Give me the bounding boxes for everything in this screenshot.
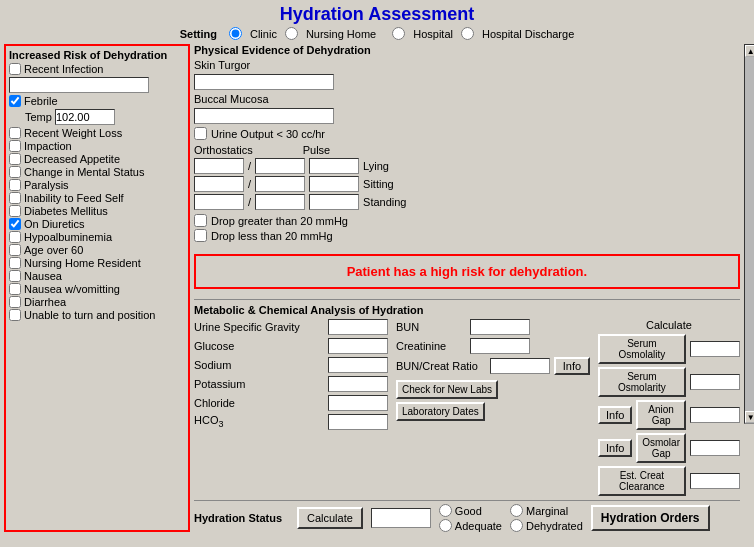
osmolar-gap-output[interactable]: [690, 440, 740, 456]
ortho-sitting-sys[interactable]: [194, 176, 244, 192]
check-paralysis: Paralysis: [9, 179, 185, 191]
main-layout: Increased Risk of Dehydration Recent Inf…: [0, 44, 754, 532]
buccal-mucosa-input[interactable]: [194, 108, 334, 124]
info-btn-osmolar[interactable]: Info: [598, 439, 632, 457]
cb-nausea[interactable]: [9, 270, 21, 282]
label-impaction: Impaction: [24, 140, 72, 152]
osmolar-gap-row: Info Osmolar Gap: [598, 433, 740, 463]
radio-hospital-discharge[interactable]: [461, 27, 474, 40]
met-sodium: Sodium: [194, 357, 388, 373]
check-diabetes-mellitus: Diabetes Mellitus: [9, 205, 185, 217]
cb-recent-infection[interactable]: [9, 63, 21, 75]
ortho-sitting-dia[interactable]: [255, 176, 305, 192]
pulse-label: Pulse: [303, 144, 331, 156]
info-btn-anion[interactable]: Info: [598, 406, 632, 424]
status-good-row: Good: [439, 504, 502, 517]
ortho-lying-sys[interactable]: [194, 158, 244, 174]
serum-osmolality-btn[interactable]: Serum Osmolality: [598, 334, 686, 364]
radio-clinic[interactable]: [229, 27, 242, 40]
radio-adequate[interactable]: [439, 519, 452, 532]
input-hco3[interactable]: [328, 414, 388, 430]
cb-decreased-appetite[interactable]: [9, 153, 21, 165]
cb-hypoalbuminemia[interactable]: [9, 231, 21, 243]
est-creat-btn[interactable]: Est. Creat Clearance: [598, 466, 686, 496]
cb-on-diuretics[interactable]: [9, 218, 21, 230]
hydration-status-input[interactable]: [371, 508, 431, 528]
temp-input[interactable]: [55, 109, 115, 125]
hydration-orders-btn[interactable]: Hydration Orders: [591, 505, 710, 531]
label-urine-sg: Urine Specific Gravity: [194, 321, 324, 333]
anion-gap-output[interactable]: [690, 407, 740, 423]
input-sodium[interactable]: [328, 357, 388, 373]
skin-turgor-input[interactable]: [194, 74, 334, 90]
pulse-sitting[interactable]: [309, 176, 359, 192]
label-dehydrated: Dehydrated: [526, 520, 583, 532]
radio-marginal[interactable]: [510, 504, 523, 517]
hydration-calculate-btn[interactable]: Calculate: [297, 507, 363, 529]
input-urine-sg[interactable]: [328, 319, 388, 335]
buccal-mucosa-label: Buccal Mucosa: [194, 93, 269, 105]
cb-impaction[interactable]: [9, 140, 21, 152]
cb-unable-turn[interactable]: [9, 309, 21, 321]
input-glucose[interactable]: [328, 338, 388, 354]
setting-row: Setting Clinic Nursing Home Hospital Hos…: [0, 27, 754, 40]
anion-gap-btn[interactable]: Anion Gap: [636, 400, 685, 430]
cb-nursing-home-resident[interactable]: [9, 257, 21, 269]
cb-inability-feed-self[interactable]: [9, 192, 21, 204]
metabolic-col-left: Urine Specific Gravity Glucose Sodium: [194, 319, 388, 496]
cb-drop-less[interactable]: [194, 229, 207, 242]
label-bun-creat: BUN/Creat Ratio: [396, 360, 486, 372]
status-marginal-row: Marginal: [510, 504, 583, 517]
check-diarrhea: Diarrhea: [9, 296, 185, 308]
cb-diabetes-mellitus[interactable]: [9, 205, 21, 217]
pulse-standing[interactable]: [309, 194, 359, 210]
calc-area: Calculate Serum Osmolality Serum Osmolar…: [598, 319, 740, 496]
serum-osmolarity-output[interactable]: [690, 374, 740, 390]
label-hco3: HCO3: [194, 414, 324, 429]
cb-diarrhea[interactable]: [9, 296, 21, 308]
check-inability-feed-self: Inability to Feed Self: [9, 192, 185, 204]
input-potassium[interactable]: [328, 376, 388, 392]
ortho-lying-dia[interactable]: [255, 158, 305, 174]
cb-age-over-60[interactable]: [9, 244, 21, 256]
temp-label: Temp: [25, 111, 52, 123]
label-creatinine: Creatinine: [396, 340, 466, 352]
radio-dehydrated[interactable]: [510, 519, 523, 532]
info-btn-bun-creat[interactable]: Info: [554, 357, 590, 375]
serum-osmolality-output[interactable]: [690, 341, 740, 357]
met-hco3: HCO3: [194, 414, 388, 430]
cb-urine-output[interactable]: [194, 127, 207, 140]
lab-dates-btn[interactable]: Laboratory Dates: [396, 402, 485, 421]
label-inability-feed-self: Inability to Feed Self: [24, 192, 124, 204]
serum-osmolarity-btn[interactable]: Serum Osmolarity: [598, 367, 686, 397]
cb-change-mental-status[interactable]: [9, 166, 21, 178]
input-creatinine[interactable]: [470, 338, 530, 354]
est-creat-output[interactable]: [690, 473, 740, 489]
cb-paralysis[interactable]: [9, 179, 21, 191]
cb-recent-weight-loss[interactable]: [9, 127, 21, 139]
cb-febrile[interactable]: [9, 95, 21, 107]
scroll-up-btn[interactable]: ▲: [745, 45, 754, 57]
pulse-lying[interactable]: [309, 158, 359, 174]
cb-drop-greater[interactable]: [194, 214, 207, 227]
cb-nausea-vomitting[interactable]: [9, 283, 21, 295]
radio-good[interactable]: [439, 504, 452, 517]
input-bun[interactable]: [470, 319, 530, 335]
recent-infection-text[interactable]: [9, 77, 149, 93]
radio-hospital[interactable]: [392, 27, 405, 40]
label-diabetes-mellitus: Diabetes Mellitus: [24, 205, 108, 217]
input-chloride[interactable]: [328, 395, 388, 411]
radio-nursing-home[interactable]: [285, 27, 298, 40]
label-adequate: Adequate: [455, 520, 502, 532]
check-recent-weight-loss: Recent Weight Loss: [9, 127, 185, 139]
check-new-labs-btn[interactable]: Check for New Labs: [396, 380, 498, 399]
input-bun-creat[interactable]: [490, 358, 550, 374]
osmolar-gap-btn[interactable]: Osmolar Gap: [636, 433, 685, 463]
label-nausea-vomitting: Nausea w/vomitting: [24, 283, 120, 295]
metabolic-col-right: BUN Creatinine BUN/Creat Ratio Info: [396, 319, 590, 496]
scroll-down-btn[interactable]: ▼: [745, 411, 754, 423]
check-febrile: Febrile: [9, 95, 185, 107]
ortho-standing-sys[interactable]: [194, 194, 244, 210]
ortho-standing-dia[interactable]: [255, 194, 305, 210]
buccal-mucosa-row: Buccal Mucosa: [194, 93, 740, 105]
